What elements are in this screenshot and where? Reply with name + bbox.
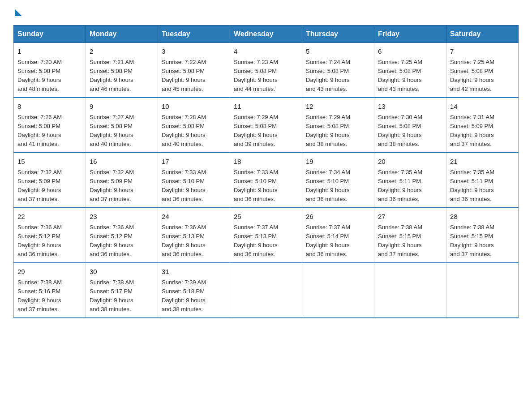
day-info: Sunrise: 7:39 AMSunset: 5:18 PMDaylight:… (162, 279, 206, 313)
col-monday: Monday (86, 26, 158, 43)
day-info: Sunrise: 7:32 AMSunset: 5:09 PMDaylight:… (90, 169, 134, 202)
table-row: 11Sunrise: 7:29 AMSunset: 5:08 PMDayligh… (230, 98, 302, 153)
day-number: 10 (162, 102, 226, 112)
table-row: 31Sunrise: 7:39 AMSunset: 5:18 PMDayligh… (158, 263, 230, 318)
table-row: 21Sunrise: 7:35 AMSunset: 5:11 PMDayligh… (446, 153, 519, 208)
col-friday: Friday (374, 26, 446, 43)
table-row: 17Sunrise: 7:33 AMSunset: 5:10 PMDayligh… (158, 153, 230, 208)
day-info: Sunrise: 7:22 AMSunset: 5:08 PMDaylight:… (162, 59, 206, 92)
col-sunday: Sunday (14, 26, 86, 43)
day-number: 17 (162, 157, 226, 167)
day-number: 3 (162, 47, 226, 57)
calendar-table: Sunday Monday Tuesday Wednesday Thursday… (13, 25, 519, 318)
table-row: 1Sunrise: 7:20 AMSunset: 5:08 PMDaylight… (14, 43, 86, 98)
calendar-week-row: 1Sunrise: 7:20 AMSunset: 5:08 PMDaylight… (14, 43, 519, 98)
table-row: 2Sunrise: 7:21 AMSunset: 5:08 PMDaylight… (86, 43, 158, 98)
table-row: 29Sunrise: 7:38 AMSunset: 5:16 PMDayligh… (14, 263, 86, 318)
col-saturday: Saturday (446, 26, 519, 43)
day-info: Sunrise: 7:36 AMSunset: 5:12 PMDaylight:… (90, 224, 134, 257)
day-number: 21 (450, 157, 515, 167)
day-info: Sunrise: 7:35 AMSunset: 5:11 PMDaylight:… (450, 169, 494, 202)
day-number: 8 (17, 102, 82, 112)
day-info: Sunrise: 7:37 AMSunset: 5:13 PMDaylight:… (234, 224, 278, 257)
day-info: Sunrise: 7:28 AMSunset: 5:08 PMDaylight:… (162, 114, 206, 147)
col-thursday: Thursday (302, 26, 374, 43)
table-row: 10Sunrise: 7:28 AMSunset: 5:08 PMDayligh… (158, 98, 230, 153)
calendar-week-row: 22Sunrise: 7:36 AMSunset: 5:12 PMDayligh… (14, 208, 519, 263)
table-row: 30Sunrise: 7:38 AMSunset: 5:17 PMDayligh… (86, 263, 158, 318)
day-number: 25 (234, 212, 298, 222)
day-info: Sunrise: 7:38 AMSunset: 5:16 PMDaylight:… (17, 279, 62, 313)
day-info: Sunrise: 7:25 AMSunset: 5:08 PMDaylight:… (378, 59, 422, 92)
table-row: 18Sunrise: 7:33 AMSunset: 5:10 PMDayligh… (230, 153, 302, 208)
day-number: 20 (378, 157, 442, 167)
table-row: 13Sunrise: 7:30 AMSunset: 5:08 PMDayligh… (374, 98, 446, 153)
day-number: 27 (378, 212, 442, 222)
day-info: Sunrise: 7:36 AMSunset: 5:13 PMDaylight:… (162, 224, 206, 257)
day-info: Sunrise: 7:37 AMSunset: 5:14 PMDaylight:… (306, 224, 350, 257)
day-info: Sunrise: 7:35 AMSunset: 5:11 PMDaylight:… (378, 169, 422, 202)
day-number: 31 (162, 267, 226, 277)
day-number: 22 (17, 212, 82, 222)
calendar-header-row: Sunday Monday Tuesday Wednesday Thursday… (14, 26, 519, 43)
table-row: 26Sunrise: 7:37 AMSunset: 5:14 PMDayligh… (302, 208, 374, 263)
day-info: Sunrise: 7:21 AMSunset: 5:08 PMDaylight:… (90, 59, 134, 92)
day-number: 28 (450, 212, 515, 222)
table-row: 14Sunrise: 7:31 AMSunset: 5:09 PMDayligh… (446, 98, 519, 153)
calendar-week-row: 29Sunrise: 7:38 AMSunset: 5:16 PMDayligh… (14, 263, 519, 318)
day-info: Sunrise: 7:30 AMSunset: 5:08 PMDaylight:… (378, 114, 422, 147)
day-number: 2 (90, 47, 154, 57)
logo-triangle-icon (15, 9, 22, 16)
day-number: 5 (306, 47, 370, 57)
day-number: 16 (90, 157, 154, 167)
page-header (13, 9, 519, 16)
day-number: 4 (234, 47, 298, 57)
day-number: 7 (450, 47, 515, 57)
table-row: 8Sunrise: 7:26 AMSunset: 5:08 PMDaylight… (14, 98, 86, 153)
day-info: Sunrise: 7:36 AMSunset: 5:12 PMDaylight:… (17, 224, 62, 257)
day-info: Sunrise: 7:26 AMSunset: 5:08 PMDaylight:… (17, 114, 62, 147)
table-row (374, 263, 446, 318)
table-row (302, 263, 374, 318)
day-info: Sunrise: 7:29 AMSunset: 5:08 PMDaylight:… (234, 114, 278, 147)
table-row: 24Sunrise: 7:36 AMSunset: 5:13 PMDayligh… (158, 208, 230, 263)
day-number: 15 (17, 157, 82, 167)
day-number: 11 (234, 102, 298, 112)
table-row: 5Sunrise: 7:24 AMSunset: 5:08 PMDaylight… (302, 43, 374, 98)
day-info: Sunrise: 7:38 AMSunset: 5:15 PMDaylight:… (378, 224, 422, 257)
day-info: Sunrise: 7:38 AMSunset: 5:15 PMDaylight:… (450, 224, 494, 257)
table-row: 6Sunrise: 7:25 AMSunset: 5:08 PMDaylight… (374, 43, 446, 98)
table-row: 9Sunrise: 7:27 AMSunset: 5:08 PMDaylight… (86, 98, 158, 153)
day-number: 26 (306, 212, 370, 222)
day-info: Sunrise: 7:25 AMSunset: 5:08 PMDaylight:… (450, 59, 494, 92)
day-info: Sunrise: 7:32 AMSunset: 5:09 PMDaylight:… (17, 169, 62, 202)
day-number: 1 (17, 47, 82, 57)
table-row: 19Sunrise: 7:34 AMSunset: 5:10 PMDayligh… (302, 153, 374, 208)
col-wednesday: Wednesday (230, 26, 302, 43)
day-number: 29 (17, 267, 82, 277)
day-number: 9 (90, 102, 154, 112)
table-row: 28Sunrise: 7:38 AMSunset: 5:15 PMDayligh… (446, 208, 519, 263)
day-info: Sunrise: 7:38 AMSunset: 5:17 PMDaylight:… (90, 279, 134, 313)
table-row: 27Sunrise: 7:38 AMSunset: 5:15 PMDayligh… (374, 208, 446, 263)
day-number: 14 (450, 102, 515, 112)
table-row: 3Sunrise: 7:22 AMSunset: 5:08 PMDaylight… (158, 43, 230, 98)
day-number: 13 (378, 102, 442, 112)
table-row: 7Sunrise: 7:25 AMSunset: 5:08 PMDaylight… (446, 43, 519, 98)
day-info: Sunrise: 7:20 AMSunset: 5:08 PMDaylight:… (17, 59, 62, 92)
day-number: 24 (162, 212, 226, 222)
table-row: 23Sunrise: 7:36 AMSunset: 5:12 PMDayligh… (86, 208, 158, 263)
day-info: Sunrise: 7:24 AMSunset: 5:08 PMDaylight:… (306, 59, 350, 92)
table-row: 16Sunrise: 7:32 AMSunset: 5:09 PMDayligh… (86, 153, 158, 208)
table-row (446, 263, 519, 318)
day-number: 12 (306, 102, 370, 112)
day-info: Sunrise: 7:29 AMSunset: 5:08 PMDaylight:… (306, 114, 350, 147)
day-info: Sunrise: 7:31 AMSunset: 5:09 PMDaylight:… (450, 114, 494, 147)
logo (13, 9, 22, 16)
calendar-week-row: 8Sunrise: 7:26 AMSunset: 5:08 PMDaylight… (14, 98, 519, 153)
day-number: 23 (90, 212, 154, 222)
day-info: Sunrise: 7:33 AMSunset: 5:10 PMDaylight:… (234, 169, 278, 202)
day-number: 19 (306, 157, 370, 167)
table-row: 20Sunrise: 7:35 AMSunset: 5:11 PMDayligh… (374, 153, 446, 208)
calendar-week-row: 15Sunrise: 7:32 AMSunset: 5:09 PMDayligh… (14, 153, 519, 208)
